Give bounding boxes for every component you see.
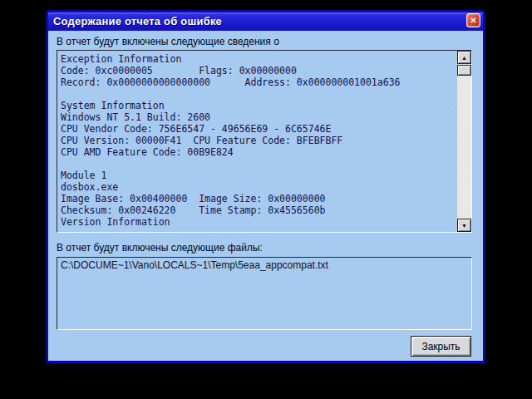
report-line: Windows NT 5.1 Build: 2600 (61, 111, 457, 123)
report-line: Record: 0x0000000000000000 Address: 0x00… (61, 76, 457, 88)
error-report-dialog: Содержание отчета об ошибке ✕ В отчет бу… (46, 10, 485, 363)
report-line: CPU Version: 00000F41 CPU Feature Code: … (61, 135, 457, 146)
report-text[interactable]: Exception Information Code: 0xc0000005 F… (57, 51, 457, 232)
report-line: Version Information (61, 216, 457, 228)
report-line (61, 158, 457, 170)
report-line: Checksum: 0x00246220 Time Stamp: 0x45565… (61, 204, 457, 216)
report-line: dosbox.exe (61, 181, 457, 193)
report-line: CPU Vendor Code: 756E6547 - 49656E69 - 6… (61, 123, 457, 135)
report-line: Module 1 (61, 170, 457, 181)
close-icon: ✕ (470, 17, 476, 25)
file-path: C:\DOCUME~1\Vano\LOCALS~1\Temp\5eaa_appc… (61, 259, 470, 271)
scrollbar-thumb[interactable] (457, 65, 471, 76)
close-report-button[interactable]: Закрыть (411, 336, 471, 357)
report-line: Exception Information (61, 53, 457, 65)
scroll-down-icon: ▼ (461, 223, 467, 229)
close-button[interactable]: ✕ (466, 13, 480, 27)
report-line: Image Base: 0x00400000 Image Size: 0x000… (61, 193, 457, 204)
files-box[interactable]: C:\DOCUME~1\Vano\LOCALS~1\Temp\5eaa_appc… (57, 257, 472, 330)
scroll-up-icon: ▲ (461, 55, 467, 61)
report-line: Code: 0xc0000005 Flags: 0x00000000 (61, 65, 457, 76)
files-label: В отчет будут включены следующие файлы: (57, 242, 263, 254)
report-scrollbar[interactable]: ▲ ▼ (457, 51, 471, 232)
scrollbar-track[interactable] (457, 64, 471, 219)
details-label: В отчет будут включены следующие сведени… (57, 36, 279, 47)
scroll-down-button[interactable]: ▼ (457, 219, 471, 232)
dialog-body: В отчет будут включены следующие сведени… (48, 31, 483, 361)
report-line: CPU AMD Feature Code: 00B9E824 (61, 146, 457, 158)
scroll-up-button[interactable]: ▲ (457, 51, 471, 64)
titlebar[interactable]: Содержание отчета об ошибке ✕ (48, 12, 483, 31)
report-line (61, 88, 457, 100)
report-line: System Information (61, 100, 457, 111)
report-details-box[interactable]: Exception Information Code: 0xc0000005 F… (57, 50, 472, 233)
window-title: Содержание отчета об ошибке (53, 12, 222, 31)
